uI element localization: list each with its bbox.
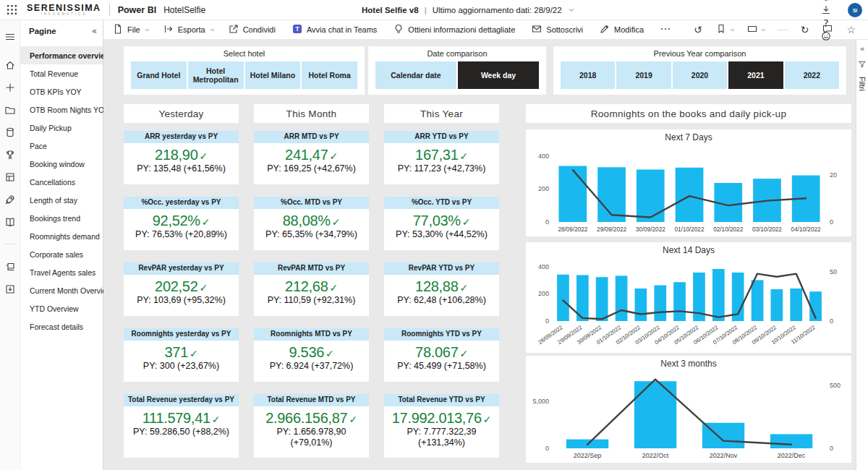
sidebar-page-item[interactable]: YTD Overview — [20, 299, 103, 317]
workspace-name[interactable]: HotelSelfie — [163, 5, 205, 15]
year-filter-button[interactable]: 2018 — [561, 61, 615, 89]
sidebar-page-item[interactable]: Length of stay — [20, 191, 103, 209]
sidebar-page-item[interactable]: OTB Room Nights YOY — [20, 101, 103, 119]
monitoring-icon[interactable] — [0, 166, 20, 188]
download-icon[interactable] — [820, 4, 833, 17]
deployments-icon[interactable] — [0, 188, 20, 210]
browse-icon[interactable] — [0, 98, 20, 121]
app-launcher-icon[interactable] — [7, 4, 18, 16]
svg-text:500: 500 — [830, 382, 841, 389]
kpi-card[interactable]: Roomnights MTD vs PY 9.536✓ PY: 6.924 (+… — [254, 328, 369, 382]
kpi-card[interactable]: Roomnights YTD vs PY 78.067✓ PY: 45.499 … — [384, 328, 499, 382]
topbar-divider — [109, 4, 110, 16]
kpi-value: 167,31✓ — [387, 148, 496, 163]
collapse-pages-icon[interactable]: « — [92, 26, 97, 36]
toolbar-item[interactable]: Esporta — [163, 23, 216, 36]
kpi-card[interactable]: RevPAR yesterday vs PY 202,52✓ PY: 103,6… — [124, 262, 239, 316]
toolbar-item[interactable]: Sottoscrivi — [531, 23, 587, 36]
kpi-card-title: Total Revenue MTD vs PY — [254, 394, 369, 406]
svg-text:01/10/2022: 01/10/2022 — [675, 226, 705, 233]
sidebar-page-item[interactable]: OTB KPIs YOY — [20, 82, 103, 101]
sidebar-page-item[interactable]: Travel Agents sales — [20, 263, 103, 281]
divider-icon[interactable] — [0, 233, 20, 255]
check-icon: ✓ — [329, 282, 337, 294]
check-icon: ✓ — [462, 216, 470, 228]
toolbar-item[interactable]: File — [112, 23, 150, 36]
sidebar-page-item[interactable]: Pace — [20, 137, 103, 155]
report-title[interactable]: Hotel Selfie v8 — [362, 6, 419, 14]
kpi-card[interactable]: %Occ. MTD vs PY 88,08%✓ PY: 65,35% (+34,… — [254, 197, 369, 250]
hotel-filter-button[interactable]: Hotel Metropolitan — [188, 61, 244, 89]
kpi-card[interactable]: Total Revenue yesterday vs PY 111.579,41… — [124, 394, 239, 458]
smiley-icon[interactable] — [820, 30, 833, 43]
year-filter-button[interactable]: 2022 — [785, 61, 839, 89]
date-comparison-button[interactable]: Calendar date — [375, 61, 456, 89]
sidebar-page-item[interactable]: Bookings trend — [20, 209, 103, 227]
svg-text:200: 200 — [538, 290, 549, 297]
kpi-card[interactable]: Roomnights yesterday vs PY 371✓ PY: 300 … — [124, 328, 239, 382]
home-icon[interactable] — [0, 54, 20, 76]
kpi-previous-year: PY: 117,23 (+42,73%) — [387, 163, 496, 174]
next-7-days-chart[interactable]: Next 7 Days 020040002028/09/202229/09/20… — [526, 129, 851, 236]
toolbar-item[interactable]: Condividi — [228, 23, 279, 36]
sidebar-page-item[interactable]: Corporate sales — [20, 245, 103, 263]
kpi-card[interactable]: ARR yesterday vs PY 218,90✓ PY: 135,48 (… — [124, 131, 239, 184]
kpi-card[interactable]: %Occ. YTD vs PY 77,03%✓ PY: 53,30% (+44,… — [384, 197, 499, 250]
sidebar-page-item[interactable]: Performance overview — [20, 46, 103, 64]
date-comparison-button[interactable]: Week day — [458, 61, 539, 89]
hotel-filter-button[interactable]: Hotel Roma — [302, 61, 357, 89]
kpi-card-title: %Occ. MTD vs PY — [254, 197, 369, 209]
kpi-previous-year: PY: 103,69 (+95,32%) — [127, 295, 236, 306]
sidebar-page-item[interactable]: Booking window — [20, 155, 103, 173]
charts-panel-title: Roomnights on the books and daily pick-u… — [526, 104, 851, 123]
sidebar-page-item[interactable]: Daily Pickup — [20, 119, 103, 137]
svg-text:20: 20 — [830, 171, 837, 179]
kpi-card[interactable]: %Occ. yesterday vs PY 92,52%✓ PY: 76,53%… — [124, 197, 239, 250]
last-update-label[interactable]: Ultimo aggiornamento dati: 28/9/22 — [433, 6, 562, 14]
year-filter-button[interactable]: 2019 — [616, 61, 671, 89]
app-icon[interactable] — [0, 278, 20, 300]
new-icon[interactable] — [0, 76, 20, 98]
kpi-card-title: Total Revenue YTD vs PY — [384, 394, 499, 406]
kpi-card[interactable]: ARR MTD vs PY 241,47✓ PY: 169,25 (+42,67… — [254, 131, 369, 184]
kpi-card[interactable]: RevPAR YTD vs PY 128,88✓ PY: 62,48 (+106… — [384, 262, 499, 316]
hotel-filter-button[interactable]: Grand Hotel — [131, 61, 187, 89]
help-icon[interactable]: ? — [820, 17, 833, 30]
year-filter-button[interactable]: 2021 — [728, 61, 783, 89]
kpi-card[interactable]: RevPAR MTD vs PY 212,68✓ PY: 110,59 (+92… — [254, 262, 369, 316]
check-icon: ✓ — [459, 348, 467, 359]
next-3-months-chart[interactable]: Next 3 months 05,00005002022/Sep2022/Oct… — [526, 356, 851, 463]
kpi-card[interactable]: Total Revenue MTD vs PY 2.966.156,87✓ PY… — [254, 394, 369, 458]
goals-icon[interactable] — [0, 143, 20, 166]
sidebar-page-item[interactable]: Total Revenue — [20, 64, 103, 82]
kpi-card[interactable]: ARR YTD vs PY 167,31✓ PY: 117,23 (+42,73… — [384, 131, 499, 184]
powerbi-wordmark: Power BI — [118, 5, 157, 15]
user-avatar[interactable]: SI — [848, 3, 862, 17]
filters-pane-label[interactable]: Filtri — [858, 77, 867, 91]
hotel-filter-button[interactable]: Hotel Milano — [245, 61, 301, 89]
expand-filters-icon[interactable]: « — [860, 44, 865, 54]
check-icon: ✓ — [212, 414, 220, 425]
sidebar-page-item[interactable]: Roomnights demand — [20, 227, 103, 245]
next-14-days-chart[interactable]: Next 14 Days 020040005028/09/202229/09/2… — [526, 242, 851, 353]
sidebar-page-item[interactable]: Forecast details — [20, 317, 103, 336]
svg-text:0: 0 — [545, 445, 549, 452]
sidebar-page-item[interactable]: Cancellations — [20, 173, 103, 191]
filter-funnel-icon[interactable] — [858, 59, 867, 72]
workspaces-icon[interactable] — [0, 255, 20, 278]
toolbar-item[interactable]: Modifica — [599, 23, 647, 36]
check-icon: ✓ — [329, 150, 337, 162]
onelake-icon[interactable] — [0, 121, 20, 143]
learn-icon[interactable] — [0, 210, 20, 233]
sidebar-page-item[interactable]: Current Month Overview — [20, 281, 103, 299]
check-icon: ✓ — [483, 414, 491, 425]
kpi-card[interactable]: Total Revenue YTD vs PY 17.992.013,76✓ P… — [384, 394, 499, 458]
year-filter-button[interactable]: 2020 — [673, 61, 727, 89]
check-icon: ✓ — [199, 150, 207, 162]
toolbar-item[interactable]: T Avvia chat in Teams — [292, 23, 380, 36]
toolbar-item[interactable] — [660, 23, 678, 36]
kpi-value: 111.579,41✓ — [127, 411, 236, 426]
toolbar-item[interactable]: Ottieni informazioni dettagliate — [393, 23, 519, 36]
hamburger-menu-icon[interactable] — [0, 25, 20, 48]
chevron-down-icon[interactable] — [568, 7, 575, 14]
